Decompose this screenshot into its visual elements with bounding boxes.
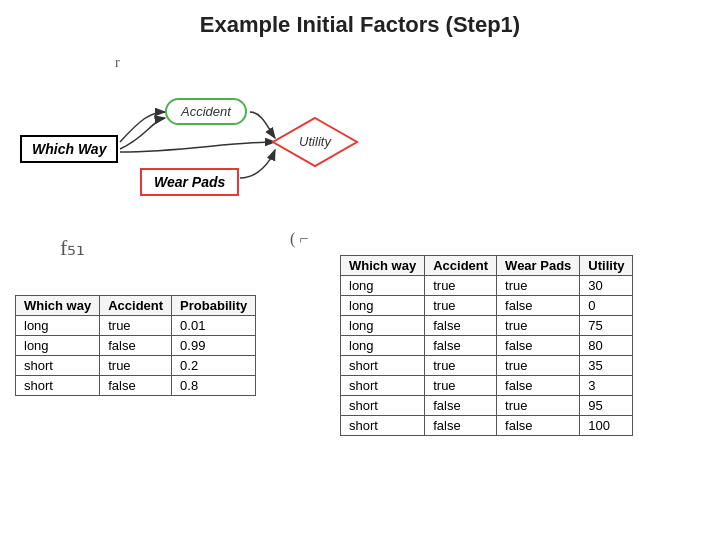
node-wear-pads: Wear Pads bbox=[140, 168, 239, 196]
table-cell: short bbox=[16, 376, 100, 396]
diagram-mark-bottom: f₅₁ bbox=[60, 235, 85, 261]
node-accident: Accident bbox=[165, 98, 247, 125]
left-table-header-row: Which way Accident Probability bbox=[16, 296, 256, 316]
table-row: shorttruetrue35 bbox=[341, 356, 633, 376]
table-cell: short bbox=[341, 376, 425, 396]
left-table: Which way Accident Probability longtrue0… bbox=[15, 295, 256, 396]
left-table-col-whichway: Which way bbox=[16, 296, 100, 316]
right-table-col-utility: Utility bbox=[580, 256, 633, 276]
table-cell: false bbox=[425, 316, 497, 336]
table-cell: short bbox=[341, 416, 425, 436]
table-cell: true bbox=[425, 296, 497, 316]
node-which-way: Which Way bbox=[20, 135, 118, 163]
table-cell: 35 bbox=[580, 356, 633, 376]
table-cell: true bbox=[100, 316, 172, 336]
right-table-container: Which way Accident Wear Pads Utility lon… bbox=[340, 255, 695, 436]
diagram-area: Which Way Accident Wear Pads Utility r f… bbox=[10, 50, 360, 280]
table-cell: long bbox=[16, 336, 100, 356]
table-cell: true bbox=[497, 316, 580, 336]
table-cell: true bbox=[100, 356, 172, 376]
table-cell: false bbox=[497, 296, 580, 316]
right-table: Which way Accident Wear Pads Utility lon… bbox=[340, 255, 633, 436]
diagram-mark-top: r bbox=[115, 55, 120, 71]
table-cell: 0.01 bbox=[172, 316, 256, 336]
right-table-header-row: Which way Accident Wear Pads Utility bbox=[341, 256, 633, 276]
diagram-mark-right: ( ⌐ bbox=[290, 230, 308, 248]
table-row: longtrue0.01 bbox=[16, 316, 256, 336]
node-utility-diamond: Utility bbox=[273, 118, 357, 166]
table-cell: false bbox=[425, 396, 497, 416]
table-cell: 0.8 bbox=[172, 376, 256, 396]
table-cell: short bbox=[16, 356, 100, 376]
table-row: shortfalsefalse100 bbox=[341, 416, 633, 436]
table-cell: 0.99 bbox=[172, 336, 256, 356]
table-cell: true bbox=[497, 276, 580, 296]
table-cell: false bbox=[100, 336, 172, 356]
table-cell: short bbox=[341, 396, 425, 416]
table-cell: false bbox=[497, 376, 580, 396]
table-cell: false bbox=[100, 376, 172, 396]
left-table-container: Which way Accident Probability longtrue0… bbox=[15, 295, 315, 396]
table-cell: false bbox=[497, 416, 580, 436]
table-row: longtruefalse0 bbox=[341, 296, 633, 316]
table-cell: true bbox=[497, 356, 580, 376]
table-cell: long bbox=[341, 276, 425, 296]
table-cell: true bbox=[425, 356, 497, 376]
table-cell: 95 bbox=[580, 396, 633, 416]
svg-text:Utility: Utility bbox=[299, 134, 332, 149]
table-cell: long bbox=[16, 316, 100, 336]
table-row: longfalse0.99 bbox=[16, 336, 256, 356]
table-row: longfalsefalse80 bbox=[341, 336, 633, 356]
left-table-col-probability: Probability bbox=[172, 296, 256, 316]
right-table-col-whichway: Which way bbox=[341, 256, 425, 276]
table-cell: false bbox=[497, 336, 580, 356]
table-cell: 30 bbox=[580, 276, 633, 296]
table-cell: true bbox=[425, 376, 497, 396]
table-row: longfalsetrue75 bbox=[341, 316, 633, 336]
table-cell: false bbox=[425, 416, 497, 436]
table-cell: false bbox=[425, 336, 497, 356]
table-cell: 100 bbox=[580, 416, 633, 436]
table-cell: 75 bbox=[580, 316, 633, 336]
table-cell: 0.2 bbox=[172, 356, 256, 376]
table-row: shorttruefalse3 bbox=[341, 376, 633, 396]
table-cell: short bbox=[341, 356, 425, 376]
left-table-col-accident: Accident bbox=[100, 296, 172, 316]
table-cell: true bbox=[497, 396, 580, 416]
table-cell: 0 bbox=[580, 296, 633, 316]
table-cell: long bbox=[341, 336, 425, 356]
left-table-body: longtrue0.01longfalse0.99shorttrue0.2sho… bbox=[16, 316, 256, 396]
table-cell: 3 bbox=[580, 376, 633, 396]
table-cell: 80 bbox=[580, 336, 633, 356]
table-row: shortfalsetrue95 bbox=[341, 396, 633, 416]
table-row: shorttrue0.2 bbox=[16, 356, 256, 376]
table-row: shortfalse0.8 bbox=[16, 376, 256, 396]
table-cell: long bbox=[341, 316, 425, 336]
table-cell: long bbox=[341, 296, 425, 316]
right-table-col-wearpads: Wear Pads bbox=[497, 256, 580, 276]
right-table-col-accident: Accident bbox=[425, 256, 497, 276]
table-cell: true bbox=[425, 276, 497, 296]
right-table-body: longtruetrue30longtruefalse0longfalsetru… bbox=[341, 276, 633, 436]
page-title: Example Initial Factors (Step1) bbox=[0, 0, 720, 46]
table-row: longtruetrue30 bbox=[341, 276, 633, 296]
